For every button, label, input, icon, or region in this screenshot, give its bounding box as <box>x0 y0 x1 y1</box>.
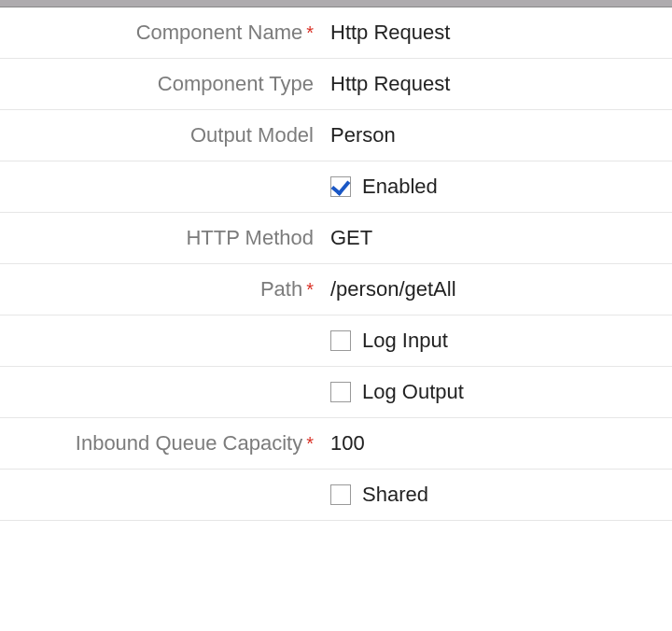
checkbox-log-input[interactable] <box>330 330 351 351</box>
required-marker: * <box>306 279 314 300</box>
value-component-type: Http Request <box>330 72 659 96</box>
row-log-output: Log Output <box>0 367 672 418</box>
value-log-output: Log Output <box>330 380 659 404</box>
label-component-name: Component Name* <box>13 21 330 45</box>
value-text: /person/getAll <box>330 277 456 301</box>
row-path: Path* /person/getAll <box>0 264 672 316</box>
label-text: Component Type <box>158 72 314 95</box>
value-text: Person <box>330 123 396 147</box>
top-divider <box>0 0 672 7</box>
label-text: Inbound Queue Capacity <box>76 431 302 455</box>
label-text: Path <box>260 277 302 301</box>
checkbox-enabled[interactable] <box>330 176 351 197</box>
checkbox-shared[interactable] <box>330 484 351 505</box>
required-marker: * <box>306 433 314 454</box>
label-text: Component Name <box>136 21 303 44</box>
value-shared: Shared <box>330 483 659 507</box>
row-component-type: Component Type Http Request <box>0 59 672 110</box>
checkbox-label: Enabled <box>362 175 438 199</box>
value-text: 100 <box>330 431 365 456</box>
label-path: Path* <box>13 277 330 301</box>
value-text: Http Request <box>330 72 450 96</box>
properties-form: Component Name* Http Request Component T… <box>0 7 672 521</box>
checkbox-label: Log Output <box>362 380 464 404</box>
label-output-model: Output Model <box>13 123 330 147</box>
value-http-method[interactable]: GET <box>330 226 659 250</box>
required-marker: * <box>306 22 314 43</box>
label-text: HTTP Method <box>186 226 314 249</box>
value-enabled: Enabled <box>330 175 659 199</box>
label-http-method: HTTP Method <box>13 226 330 250</box>
row-enabled: Enabled <box>0 161 672 213</box>
row-shared: Shared <box>0 470 672 521</box>
value-log-input: Log Input <box>330 329 659 353</box>
row-component-name: Component Name* Http Request <box>0 7 672 59</box>
label-inbound-queue-capacity: Inbound Queue Capacity* <box>13 431 330 456</box>
row-inbound-queue-capacity: Inbound Queue Capacity* 100 <box>0 418 672 470</box>
row-http-method: HTTP Method GET <box>0 213 672 264</box>
row-log-input: Log Input <box>0 316 672 367</box>
checkbox-label: Log Input <box>362 329 448 353</box>
checkbox-log-output[interactable] <box>330 382 351 402</box>
value-inbound-queue-capacity[interactable]: 100 <box>330 431 659 456</box>
value-text: GET <box>330 226 372 250</box>
value-path[interactable]: /person/getAll <box>330 277 659 301</box>
value-text: Http Request <box>330 21 450 45</box>
checkbox-label: Shared <box>362 483 428 507</box>
value-output-model[interactable]: Person <box>330 123 659 147</box>
row-output-model: Output Model Person <box>0 110 672 161</box>
label-component-type: Component Type <box>13 72 330 96</box>
label-text: Output Model <box>190 123 314 147</box>
value-component-name[interactable]: Http Request <box>330 21 659 45</box>
